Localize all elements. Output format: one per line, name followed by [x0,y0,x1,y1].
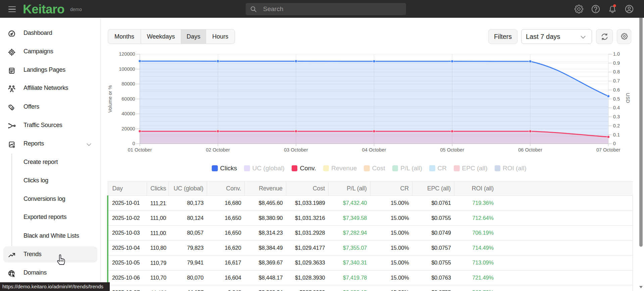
svg-text:20000: 20000 [121,126,135,131]
svg-text:0.5: 0.5 [613,96,620,102]
svg-text:01 October: 01 October [128,147,152,153]
svg-text:120000: 120000 [119,51,135,57]
svg-text:1.0: 1.0 [613,51,620,57]
svg-text:60000: 60000 [121,96,135,102]
svg-text:40000: 40000 [121,111,135,116]
svg-text:0.4: 0.4 [613,105,620,110]
svg-text:USD: USD [625,93,631,103]
svg-text:0.6: 0.6 [613,87,620,93]
svg-text:0.3: 0.3 [613,114,620,119]
svg-text:0: 0 [133,141,135,146]
svg-text:07 October: 07 October [596,147,621,153]
svg-text:100000: 100000 [119,66,135,72]
svg-text:0.8: 0.8 [613,69,620,74]
svg-text:0.7: 0.7 [613,78,620,83]
svg-text:0.1: 0.1 [613,132,620,137]
svg-text:0: 0 [613,141,616,146]
svg-text:s: s [11,106,13,110]
svg-text:03 October: 03 October [284,147,308,153]
svg-text:04 October: 04 October [362,147,386,153]
svg-text:02 October: 02 October [206,147,230,153]
svg-text:06 October: 06 October [518,147,542,153]
svg-text:05 October: 05 October [440,147,464,153]
svg-text:Volume or %: Volume or % [107,85,113,113]
svg-text:0.2: 0.2 [613,123,620,128]
svg-text:80000: 80000 [121,81,135,86]
svg-text:0.9: 0.9 [613,60,620,66]
